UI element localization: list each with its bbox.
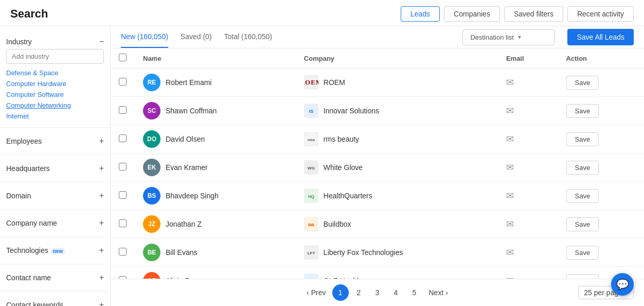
select-all-checkbox[interactable]	[119, 54, 127, 61]
tabs-bar: New (160,050) Saved (0) Total (160,050) …	[111, 26, 644, 48]
page-5-button[interactable]: 5	[406, 284, 423, 301]
row-checkbox-evan-kramer[interactable]	[119, 163, 127, 171]
chevron-down-icon: ▾	[518, 33, 521, 41]
tab-total[interactable]: Total (160,050)	[224, 26, 272, 48]
recent-activity-button[interactable]: Recent activity	[567, 6, 634, 22]
email-cell: ✉	[498, 267, 558, 279]
leads-table-container: Name Company Email Action RE Robert Emam…	[111, 48, 644, 279]
company-logo: LFT	[304, 245, 318, 260]
save-lead-button[interactable]: Save	[566, 274, 599, 279]
filter-section-technologies: Technologiesnew +	[0, 239, 110, 262]
company-cell: HQ HealthQuarters	[296, 182, 498, 210]
industry-item-software[interactable]: Computer Software	[6, 90, 104, 99]
plus-icon-technologies: +	[99, 246, 104, 254]
company-column-header: Company	[296, 48, 498, 69]
save-lead-button[interactable]: Save	[566, 104, 599, 118]
industry-item-internet[interactable]: Internet	[6, 111, 104, 121]
chevron-left-icon: ‹	[307, 288, 309, 297]
page-4-button[interactable]: 4	[388, 284, 404, 301]
company-name: rms beauty	[324, 135, 359, 143]
page-2-button[interactable]: 2	[351, 284, 367, 301]
row-checkbox-shawn-coffman[interactable]	[119, 106, 127, 114]
name-cell: SC Shawn Coffman	[135, 97, 296, 125]
avatar: JZ	[143, 215, 160, 233]
lead-name: Robert Emami	[166, 78, 211, 87]
save-lead-button[interactable]: Save	[566, 189, 599, 203]
row-checkbox-jonathan-z[interactable]	[119, 219, 127, 227]
leads-table: Name Company Email Action RE Robert Emam…	[111, 48, 644, 279]
industry-search-input[interactable]	[6, 49, 104, 64]
filter-section-company-name: Company name +	[0, 212, 110, 234]
avatar: EK	[143, 159, 160, 176]
row-checkbox-cell	[111, 154, 135, 182]
save-all-leads-button[interactable]: Save All Leads	[567, 29, 634, 45]
email-icon: ✉	[506, 247, 514, 258]
tab-new[interactable]: New (160,050)	[121, 26, 168, 48]
industry-item-networking[interactable]: Computer Networking	[6, 100, 104, 110]
email-cell: ✉	[498, 125, 558, 154]
filter-header-domain[interactable]: Domain +	[6, 189, 104, 203]
table-row: BE Bill Evans LFT Liberty Fox Technologi…	[111, 239, 644, 267]
filter-header-contact-keywords[interactable]: Contact keywords +	[6, 298, 104, 306]
action-cell: Save	[558, 210, 644, 239]
avatar: RE	[143, 74, 160, 91]
svg-text:rms: rms	[308, 138, 315, 142]
tab-saved[interactable]: Saved (0)	[181, 26, 212, 48]
filter-header-employees[interactable]: Employees +	[6, 134, 104, 148]
filter-section-contact-keywords: Contact keywords +	[0, 294, 110, 306]
email-cell: ✉	[498, 210, 558, 239]
avatar: AF	[143, 272, 160, 279]
filter-section-headquarters: Headquarters +	[0, 157, 110, 180]
row-checkbox-cell	[111, 69, 135, 97]
row-checkbox-david-olsen[interactable]	[119, 134, 127, 142]
save-lead-button[interactable]: Save	[566, 246, 599, 260]
filter-header-headquarters[interactable]: Headquarters +	[6, 161, 104, 176]
email-column-header: Email	[498, 48, 558, 69]
prev-button[interactable]: ‹ Prev	[302, 288, 330, 297]
filter-label-industry: Industry	[6, 38, 32, 46]
lead-name: Bhavdeep Singh	[166, 192, 219, 200]
filter-header-contact-name[interactable]: Contact name +	[6, 270, 104, 285]
new-badge: new	[50, 248, 65, 254]
filter-section-industry: Industry − Defense & Space Computer Hard…	[0, 30, 110, 125]
filter-header-technologies[interactable]: Technologiesnew +	[6, 243, 104, 258]
next-button[interactable]: Next ›	[425, 288, 452, 297]
chat-button[interactable]: 💬	[611, 273, 634, 296]
page-3-button[interactable]: 3	[369, 284, 386, 301]
saved-filters-button[interactable]: Saved filters	[504, 6, 563, 22]
page-1-button[interactable]: 1	[332, 284, 349, 301]
filter-header-industry[interactable]: Industry −	[6, 35, 104, 49]
save-lead-button[interactable]: Save	[566, 76, 599, 90]
plus-icon-company-name: +	[99, 219, 104, 227]
svg-rect-12	[304, 274, 318, 279]
avatar: SC	[143, 102, 160, 120]
row-checkbox-bill-evans[interactable]	[119, 248, 127, 256]
row-checkbox-cell	[111, 210, 135, 239]
filter-header-company-name[interactable]: Company name +	[6, 216, 104, 230]
name-cell: AF Alicia Ferguson	[135, 267, 296, 279]
chat-icon: 💬	[616, 278, 629, 291]
filter-section-contact-name: Contact name +	[0, 266, 110, 289]
name-cell: RE Robert Emami	[135, 69, 296, 97]
email-cell: ✉	[498, 154, 558, 182]
company-name: Buildbox	[324, 220, 351, 228]
leads-tab-button[interactable]: Leads	[401, 6, 440, 22]
content-area: New (160,050) Saved (0) Total (160,050) …	[111, 26, 644, 306]
industry-item-defense[interactable]: Defense & Space	[6, 68, 104, 78]
name-column-header: Name	[135, 48, 296, 69]
company-name: Innovar Solutions	[324, 107, 379, 115]
industry-item-hardware[interactable]: Computer Hardware	[6, 79, 104, 89]
row-checkbox-bhavdeep-singh[interactable]	[119, 191, 127, 199]
table-row: BS Bhavdeep Singh HQ HealthQuarters ✉ Sa…	[111, 182, 644, 210]
email-icon: ✉	[506, 162, 514, 173]
destination-list-select[interactable]: Destination list ▾	[462, 29, 555, 45]
companies-tab-button[interactable]: Companies	[444, 6, 500, 22]
company-name: HealthQuarters	[324, 192, 372, 200]
save-lead-button[interactable]: Save	[566, 161, 599, 175]
name-cell: JZ Jonathan Z	[135, 210, 296, 239]
plus-icon-headquarters: +	[99, 164, 104, 173]
save-lead-button[interactable]: Save	[566, 132, 599, 146]
company-logo: OLE	[304, 274, 318, 279]
row-checkbox-robert-emami[interactable]	[119, 78, 127, 86]
save-lead-button[interactable]: Save	[566, 217, 599, 231]
